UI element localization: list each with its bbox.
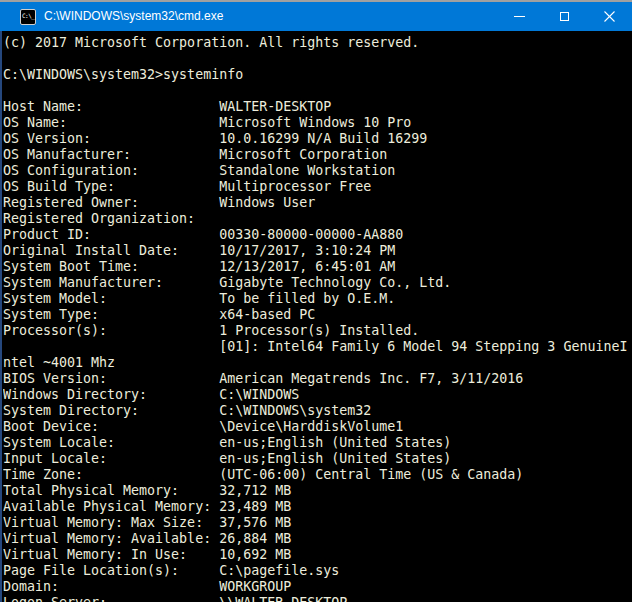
- console-line: Original Install Date: 10/17/2017, 3:10:…: [3, 243, 632, 259]
- console-line: Domain: WORKGROUP: [3, 579, 632, 595]
- close-button[interactable]: [587, 2, 632, 31]
- console-line: [3, 83, 632, 99]
- cmd-icon[interactable]: C:\_: [20, 9, 36, 25]
- console-line: Time Zone: (UTC-06:00) Central Time (US …: [3, 467, 632, 483]
- console-line: OS Manufacturer: Microsoft Corporation: [3, 147, 632, 163]
- console-line: System Manufacturer: Gigabyte Technology…: [3, 275, 632, 291]
- cmd-window: C:\_ C:\WINDOWS\system32\cmd.exe (c) 201…: [0, 0, 632, 602]
- console-line: System Model: To be filled by O.E.M.: [3, 291, 632, 307]
- console-line: Processor(s): 1 Processor(s) Installed.: [3, 323, 632, 339]
- console-line: System Locale: en-us;English (United Sta…: [3, 435, 632, 451]
- console-line: Virtual Memory: Max Size: 37,576 MB: [3, 515, 632, 531]
- console-line: OS Version: 10.0.16299 N/A Build 16299: [3, 131, 632, 147]
- console-line: Product ID: 00330-80000-00000-AA880: [3, 227, 632, 243]
- console-line: Available Physical Memory: 23,489 MB: [3, 499, 632, 515]
- console-line: Windows Directory: C:\WINDOWS: [3, 387, 632, 403]
- console-output[interactable]: (c) 2017 Microsoft Corporation. All righ…: [0, 31, 632, 602]
- console-line: BIOS Version: American Megatrends Inc. F…: [3, 371, 632, 387]
- window-controls: [497, 2, 632, 31]
- console-line: Registered Organization:: [3, 211, 632, 227]
- window-title: C:\WINDOWS\system32\cmd.exe: [44, 2, 497, 31]
- console-line: Virtual Memory: In Use: 10,692 MB: [3, 547, 632, 563]
- console-line: Total Physical Memory: 32,712 MB: [3, 483, 632, 499]
- maximize-icon: [560, 12, 569, 21]
- console-line: Page File Location(s): C:\pagefile.sys: [3, 563, 632, 579]
- console-line: OS Name: Microsoft Windows 10 Pro: [3, 115, 632, 131]
- console-line: [01]: Intel64 Family 6 Model 94 Stepping…: [3, 339, 632, 355]
- cmd-icon-glyph: C:\_: [21, 10, 34, 19]
- console-line: OS Build Type: Multiprocessor Free: [3, 179, 632, 195]
- close-icon: [604, 11, 615, 22]
- console-line: C:\WINDOWS\system32>systeminfo: [3, 67, 632, 83]
- console-line: Host Name: WALTER-DESKTOP: [3, 99, 632, 115]
- console-line: Boot Device: \Device\HarddiskVolume1: [3, 419, 632, 435]
- maximize-button[interactable]: [542, 2, 587, 31]
- titlebar[interactable]: C:\_ C:\WINDOWS\system32\cmd.exe: [0, 2, 632, 31]
- console-line: System Boot Time: 12/13/2017, 6:45:01 AM: [3, 259, 632, 275]
- console-line: ntel ~4001 Mhz: [3, 355, 632, 371]
- console-line: Input Locale: en-us;English (United Stat…: [3, 451, 632, 467]
- console-line: System Directory: C:\WINDOWS\system32: [3, 403, 632, 419]
- minimize-icon: [514, 16, 525, 17]
- minimize-button[interactable]: [497, 2, 542, 31]
- console-line: [3, 51, 632, 67]
- console-line: Virtual Memory: Available: 26,884 MB: [3, 531, 632, 547]
- console-line: OS Configuration: Standalone Workstation: [3, 163, 632, 179]
- console-line: Registered Owner: Windows User: [3, 195, 632, 211]
- console-line: Logon Server: \\WALTER-DESKTOP: [3, 595, 632, 602]
- console-line: System Type: x64-based PC: [3, 307, 632, 323]
- console-line: (c) 2017 Microsoft Corporation. All righ…: [3, 35, 632, 51]
